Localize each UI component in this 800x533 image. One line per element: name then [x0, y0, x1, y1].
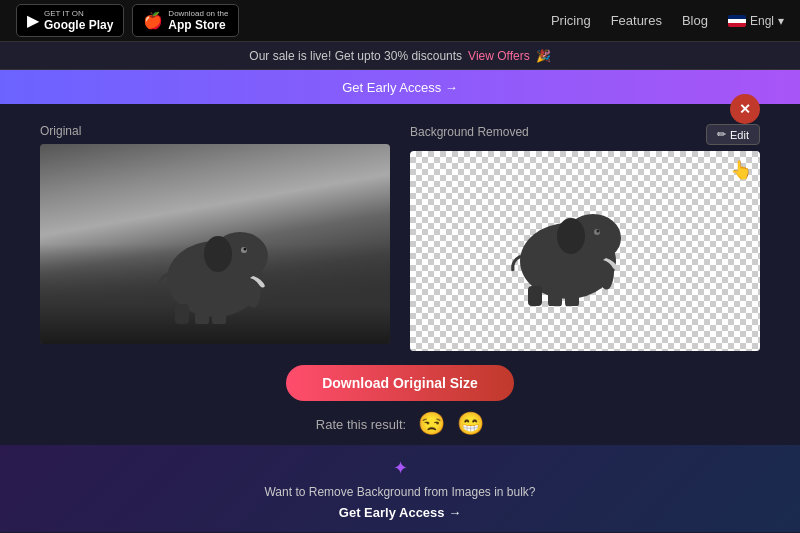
- edit-label: Edit: [730, 129, 749, 141]
- original-label: Original: [40, 124, 390, 138]
- bottom-banner: ✦ Want to Remove Background from Images …: [0, 445, 800, 532]
- app-store-button[interactable]: 🍎 Download on the App Store: [132, 4, 239, 38]
- view-offers-link[interactable]: View Offers: [468, 49, 530, 63]
- removed-bg-panel: Background Removed ✏ Edit: [410, 124, 760, 351]
- svg-rect-11: [548, 289, 562, 306]
- original-panel: Original: [40, 124, 390, 344]
- svg-point-15: [596, 230, 599, 233]
- svg-rect-12: [565, 289, 579, 306]
- rate-row: Rate this result: 😒 😁: [316, 411, 484, 437]
- removed-label: Background Removed: [410, 125, 529, 139]
- download-section: Download Original Size Rate this result:…: [40, 351, 760, 445]
- cursor-hand-icon: 👆: [730, 159, 752, 181]
- download-button[interactable]: Download Original Size: [286, 365, 514, 401]
- app-store-bottom-line: App Store: [168, 18, 228, 32]
- google-play-icon: ▶: [27, 11, 39, 30]
- svg-point-10: [557, 218, 585, 254]
- chevron-down-icon: ▾: [778, 14, 784, 28]
- svg-rect-4: [212, 307, 226, 324]
- bulk-icon: ✦: [393, 457, 408, 479]
- sad-emoji[interactable]: 😒: [418, 411, 445, 437]
- apple-icon: 🍎: [143, 11, 163, 30]
- nav-left: ▶ GET IT ON Google Play 🍎 Download on th…: [16, 4, 239, 38]
- svg-rect-3: [195, 307, 209, 324]
- pricing-link[interactable]: Pricing: [551, 13, 591, 28]
- bulk-text: Want to Remove Background from Images in…: [264, 485, 535, 499]
- close-icon: ✕: [739, 101, 751, 117]
- original-image: [40, 144, 390, 344]
- svg-point-2: [204, 236, 232, 272]
- sale-banner: Our sale is live! Get upto 30% discounts…: [0, 42, 800, 70]
- lang-label: Engl: [750, 14, 774, 28]
- language-selector[interactable]: Engl ▾: [728, 14, 784, 28]
- google-play-top-line: GET IT ON: [44, 9, 113, 19]
- edit-button[interactable]: ✏ Edit: [706, 124, 760, 145]
- happy-emoji[interactable]: 😁: [457, 411, 484, 437]
- sale-text: Our sale is live! Get upto 30% discounts: [249, 49, 462, 63]
- checkered-bg: 👆: [410, 151, 760, 351]
- blog-link[interactable]: Blog: [682, 13, 708, 28]
- sale-emoji: 🎉: [536, 49, 551, 63]
- flag-icon: [728, 15, 746, 27]
- svg-point-7: [244, 248, 247, 251]
- early-access-top-banner[interactable]: Get Early Access →: [0, 70, 800, 104]
- elephant-svg-original: [150, 214, 280, 324]
- nav-bar: ▶ GET IT ON Google Play 🍎 Download on th…: [0, 0, 800, 42]
- rate-label: Rate this result:: [316, 417, 406, 432]
- elephant-svg-transparent: [503, 196, 633, 306]
- svg-rect-13: [528, 286, 542, 306]
- google-play-bottom-line: Google Play: [44, 18, 113, 32]
- svg-rect-5: [175, 304, 189, 324]
- early-access-bottom-button[interactable]: Get Early Access →: [339, 505, 461, 520]
- removed-bg-header: Background Removed ✏ Edit: [410, 124, 760, 145]
- close-button[interactable]: ✕: [730, 94, 760, 124]
- images-row: Original: [40, 124, 760, 351]
- google-play-button[interactable]: ▶ GET IT ON Google Play: [16, 4, 124, 38]
- app-store-top-line: Download on the: [168, 9, 228, 19]
- main-content: ✕ Original: [0, 104, 800, 445]
- pencil-icon: ✏: [717, 128, 726, 141]
- nav-right: Pricing Features Blog Engl ▾: [551, 13, 784, 28]
- early-access-top-label: Get Early Access →: [342, 80, 458, 95]
- removed-bg-image: 👆: [410, 151, 760, 351]
- features-link[interactable]: Features: [611, 13, 662, 28]
